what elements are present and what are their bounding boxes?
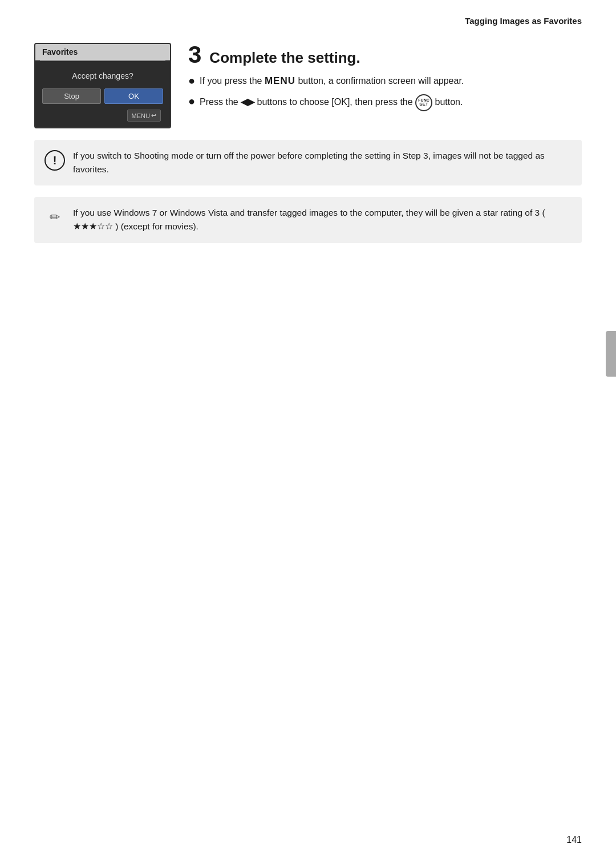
main-content: Favorites Accept changes? Stop OK MENU ↩ <box>0 31 616 266</box>
notice-info-box: ✏ If you use Windows 7 or Windows Vista … <box>34 197 582 243</box>
pencil-icon: ✏ <box>44 207 65 228</box>
bullet-dot-2: ● <box>188 94 195 108</box>
func-set-bottom-label: SET <box>418 102 429 107</box>
camera-ok-button: OK <box>104 88 163 104</box>
page-header-title: Tagging Images as Favorites <box>465 16 582 26</box>
bullet-2-text: Press the ◀▶ buttons to choose [OK], the… <box>200 94 463 111</box>
step-title: Complete the setting. <box>209 49 360 67</box>
notice-warning-box: ! If you switch to Shooting mode or turn… <box>34 140 582 185</box>
func-set-button: FUNC SET <box>415 94 432 111</box>
camera-menu-question: Accept changes? <box>42 71 163 80</box>
step-number-title-row: 3 Complete the setting. <box>188 43 582 67</box>
bullet-item-1: ● If you press the MENU button, a confir… <box>188 74 582 88</box>
star-rating-filled: ★★★ <box>73 221 97 231</box>
pencil-icon-symbol: ✏ <box>50 210 60 225</box>
step-number: 3 <box>188 43 201 67</box>
notice-info-text: If you use Windows 7 or Windows Vista an… <box>73 206 572 234</box>
step-bullet-list: ● If you press the MENU button, a confir… <box>188 74 582 111</box>
warning-icon-symbol: ! <box>53 154 57 167</box>
camera-menu-icon-row: MENU ↩ <box>42 110 163 122</box>
camera-menu-back-label: MENU <box>132 112 150 119</box>
camera-screen-mockup: Favorites Accept changes? Stop OK MENU ↩ <box>34 43 171 128</box>
step-instructions: 3 Complete the setting. ● If you press t… <box>188 43 582 111</box>
menu-button-label: MENU <box>265 75 295 86</box>
arrow-buttons-symbol: ◀▶ <box>241 97 254 107</box>
camera-menu-body: Accept changes? Stop OK MENU ↩ <box>35 61 170 127</box>
notice-warning-text: If you switch to Shooting mode or turn o… <box>73 149 572 176</box>
star-rating-empty: ☆☆ <box>97 221 113 231</box>
back-arrow-icon: ↩ <box>151 112 156 119</box>
camera-menu-back-icon: MENU ↩ <box>127 110 161 122</box>
page-footer: 141 <box>566 835 582 845</box>
side-tab <box>606 331 616 377</box>
bullet-1-text: If you press the MENU button, a confirma… <box>200 74 464 88</box>
page-number: 141 <box>566 835 582 845</box>
step-row: Favorites Accept changes? Stop OK MENU ↩ <box>34 43 582 128</box>
camera-stop-button: Stop <box>42 88 101 104</box>
camera-menu-title: Favorites <box>35 44 170 60</box>
bullet-dot-1: ● <box>188 74 195 87</box>
camera-menu-buttons: Stop OK <box>42 88 163 104</box>
bullet-item-2: ● Press the ◀▶ buttons to choose [OK], t… <box>188 94 582 111</box>
page-header: Tagging Images as Favorites <box>0 0 616 31</box>
warning-icon: ! <box>44 150 65 171</box>
